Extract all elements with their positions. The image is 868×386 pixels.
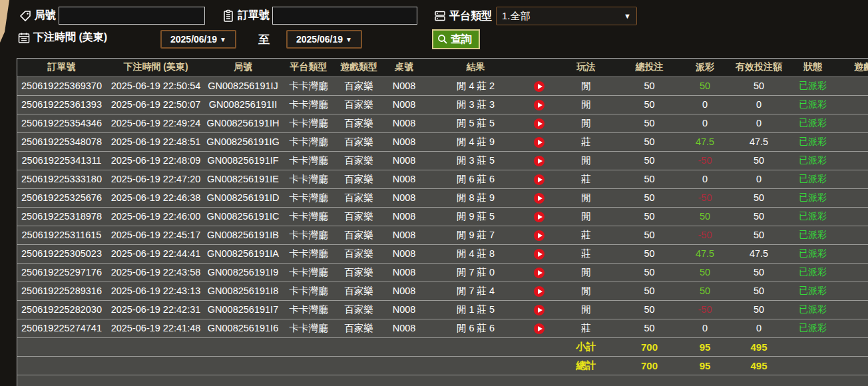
valid-bet-cell: 0 [729, 319, 789, 337]
result-cell: 閒 3 莊 5 [427, 151, 524, 170]
payout-value: 0 [681, 319, 729, 337]
platform-cell: 卡卡灣廳 [280, 263, 337, 282]
platform-cell: 卡卡灣廳 [280, 319, 337, 337]
order-id-cell: 250619225305023 [17, 244, 106, 263]
col-header-game: 遊戲 [837, 59, 868, 77]
play-video-icon[interactable] [534, 230, 544, 241]
col-header-total-bet: 總投注 [618, 59, 681, 77]
status-badge: 已派彩 [789, 319, 837, 337]
game-type-cell: 百家樂 [337, 95, 381, 114]
search-button[interactable]: 查詢 [432, 29, 480, 49]
round-id-cell: GN008256191IE [206, 170, 280, 188]
platform-cell: 卡卡灣廳 [280, 188, 337, 207]
play-video-icon[interactable] [534, 81, 544, 92]
total-bet-cell: 50 [618, 226, 681, 244]
game-extra-cell [837, 132, 868, 151]
game-extra-cell [837, 170, 868, 188]
game-extra-cell [837, 300, 868, 319]
game-type-cell: 百家樂 [337, 263, 381, 282]
play-video-icon[interactable] [534, 212, 544, 222]
play-cell: 莊 [554, 132, 618, 151]
video-cell [524, 226, 554, 244]
platform-select[interactable]: 1.全部 ▼ [496, 7, 637, 25]
payout-value: 50 [681, 207, 729, 226]
game-type-cell: 百家樂 [337, 151, 381, 170]
result-cell: 閒 6 莊 6 [427, 170, 524, 188]
game-type-cell: 百家樂 [337, 207, 381, 226]
platform-select-value: 1.全部 [502, 10, 531, 23]
play-video-icon[interactable] [534, 174, 544, 185]
bet-time-cell: 2025-06-19 22:47:20 [106, 170, 206, 188]
total-bet-cell: 50 [618, 170, 681, 188]
video-cell [524, 300, 554, 319]
table-no-cell: N008 [381, 132, 427, 151]
platform-cell: 卡卡灣廳 [280, 77, 337, 95]
result-cell: 閒 7 莊 0 [427, 263, 524, 282]
subtotal-valid-bet: 495 [729, 337, 789, 356]
result-cell: 閒 6 莊 6 [427, 319, 524, 337]
game-extra-cell [837, 319, 868, 337]
result-cell: 閒 3 莊 3 [427, 95, 524, 114]
play-video-icon[interactable] [534, 137, 544, 148]
col-header-round-id: 局號 [206, 59, 280, 77]
valid-bet-cell: 47.5 [729, 132, 789, 151]
play-video-icon[interactable] [534, 286, 544, 297]
valid-bet-cell: 50 [729, 300, 789, 319]
subtotal-label: 小計 [554, 337, 618, 356]
total-label: 總計 [554, 356, 618, 375]
date-to-picker[interactable]: 2025/06/19 ▼ [286, 30, 362, 49]
table-row: 250619225354346 2025-06-19 22:49:24 GN00… [17, 114, 868, 132]
play-cell: 閒 [554, 282, 618, 300]
total-bet-cell: 50 [618, 282, 681, 300]
col-header-bet-time: 下注時間 (美東) [106, 59, 206, 77]
table-no-cell: N008 [381, 319, 427, 337]
play-cell: 閒 [554, 300, 618, 319]
table-no-cell: N008 [381, 282, 427, 300]
search-icon [437, 34, 448, 45]
order-id-cell: 250619225369370 [17, 77, 106, 95]
round-id-input[interactable] [59, 7, 205, 25]
play-video-icon[interactable] [534, 305, 544, 315]
table-no-cell: N008 [381, 226, 427, 244]
play-video-icon[interactable] [534, 323, 544, 334]
result-cell: 閒 5 莊 5 [427, 114, 524, 132]
game-type-cell: 百家樂 [337, 170, 381, 188]
play-video-icon[interactable] [534, 100, 544, 110]
play-video-icon[interactable] [534, 118, 544, 129]
game-extra-cell [837, 188, 868, 207]
play-cell: 莊 [554, 170, 618, 188]
result-cell: 閒 9 莊 7 [427, 226, 524, 244]
status-badge: 已派彩 [789, 282, 837, 300]
play-video-icon[interactable] [534, 193, 544, 204]
status-badge: 已派彩 [789, 300, 837, 319]
chevron-down-icon: ▼ [345, 36, 352, 43]
play-video-icon[interactable] [534, 249, 544, 260]
play-cell: 閒 [554, 188, 618, 207]
total-valid-bet: 495 [729, 356, 789, 375]
result-cell: 閒 4 莊 8 [427, 244, 524, 263]
status-badge: 已派彩 [789, 151, 837, 170]
table-no-cell: N008 [381, 114, 427, 132]
platform-cell: 卡卡灣廳 [280, 132, 337, 151]
table-no-cell: N008 [381, 170, 427, 188]
order-id-cell: 250619225348078 [17, 132, 106, 151]
total-row: 總計 700 95 495 [17, 356, 868, 375]
table-row: 250619225318978 2025-06-19 22:46:00 GN00… [17, 207, 868, 226]
date-from-picker[interactable]: 2025/06/19 ▼ [160, 30, 236, 49]
video-cell [524, 132, 554, 151]
col-header-table-no: 桌號 [381, 59, 427, 77]
payout-value: -50 [681, 226, 729, 244]
play-cell: 閒 [554, 207, 618, 226]
subtotal-payout: 95 [681, 337, 729, 356]
payout-value: 0 [681, 114, 729, 132]
game-type-cell: 百家樂 [337, 77, 381, 95]
search-button-label: 查詢 [451, 33, 472, 47]
play-video-icon[interactable] [534, 268, 544, 278]
bet-records-table: 訂單號 下注時間 (美東) 局號 平台類型 遊戲類型 桌號 結果 玩法 總投注 … [17, 58, 868, 386]
total-bet-cell: 50 [618, 244, 681, 263]
status-badge: 已派彩 [789, 226, 837, 244]
play-video-icon[interactable] [534, 156, 544, 166]
bet-time-cell: 2025-06-19 22:45:17 [106, 226, 206, 244]
order-id-cell: 250619225325676 [17, 188, 106, 207]
order-id-input[interactable] [272, 7, 417, 25]
